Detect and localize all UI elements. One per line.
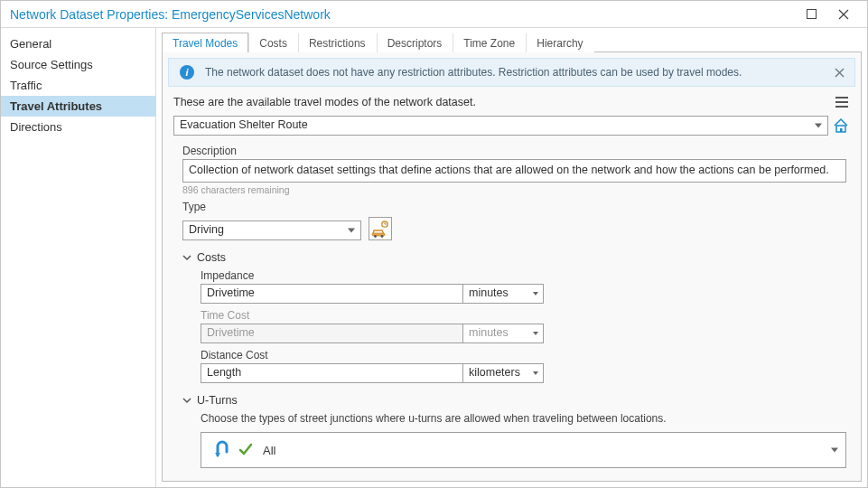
- close-banner-button[interactable]: [831, 64, 847, 80]
- close-button[interactable]: [827, 5, 860, 24]
- time-cost-unit-select: minutes: [462, 324, 544, 343]
- uturns-description: Choose the types of street junctions whe…: [201, 412, 846, 425]
- chevron-right-icon: [182, 481, 191, 482]
- svg-point-11: [374, 235, 377, 238]
- nav-item-source-settings[interactable]: Source Settings: [1, 54, 155, 75]
- impedance-unit-select[interactable]: minutes: [462, 284, 544, 304]
- distance-cost-label: Distance Cost: [201, 349, 544, 361]
- info-banner: i The network dataset does not have any …: [168, 58, 855, 87]
- tab-descriptors[interactable]: Descriptors: [377, 33, 453, 52]
- hamburger-menu-icon[interactable]: [834, 94, 850, 110]
- uturns-value: All: [263, 444, 275, 457]
- uturns-expander[interactable]: U-Turns: [182, 394, 846, 407]
- svg-rect-0: [807, 10, 816, 19]
- tab-travel-modes[interactable]: Travel Modes: [162, 33, 248, 52]
- nav-item-traffic[interactable]: Traffic: [1, 75, 155, 96]
- uturns-title: U-Turns: [197, 394, 238, 407]
- travel-mode-value: Evacuation Shelter Route: [180, 118, 308, 131]
- tab-restrictions[interactable]: Restrictions: [298, 33, 377, 52]
- info-icon: i: [180, 65, 194, 80]
- description-input[interactable]: Collection of network dataset settings t…: [182, 159, 846, 183]
- svg-point-12: [381, 235, 384, 238]
- time-cost-select: Drivetime: [201, 324, 463, 343]
- svg-rect-6: [840, 128, 843, 132]
- type-driving-icon: [369, 217, 392, 240]
- advanced-expander[interactable]: Advanced: [182, 479, 846, 482]
- tab-time-zone[interactable]: Time Zone: [453, 33, 526, 52]
- type-label: Type: [182, 201, 846, 213]
- uturn-icon: [210, 437, 234, 464]
- left-nav: General Source Settings Traffic Travel A…: [1, 28, 156, 487]
- nav-item-general[interactable]: General: [1, 33, 155, 54]
- title-bar: Network Dataset Properties: EmergencySer…: [1, 1, 867, 28]
- description-label: Description: [182, 145, 846, 157]
- info-banner-text: The network dataset does not have any re…: [205, 66, 742, 79]
- costs-title: Costs: [197, 251, 226, 264]
- svg-line-2: [839, 10, 848, 19]
- chevron-down-icon: [182, 396, 191, 405]
- advanced-title: Advanced: [197, 479, 247, 482]
- default-home-icon[interactable]: [832, 117, 850, 135]
- travel-mode-select[interactable]: Evacuation Shelter Route: [173, 116, 828, 136]
- costs-expander[interactable]: Costs: [182, 251, 846, 264]
- uturns-select[interactable]: All: [201, 432, 846, 468]
- travel-modes-intro: These are the available travel modes of …: [173, 96, 476, 108]
- impedance-label: Impedance: [201, 269, 544, 282]
- maximize-button[interactable]: [795, 5, 827, 24]
- check-icon: [238, 441, 254, 460]
- tab-costs[interactable]: Costs: [248, 33, 298, 52]
- impedance-select[interactable]: Drivetime: [201, 284, 463, 304]
- distance-cost-select[interactable]: Length: [201, 363, 463, 383]
- description-hint: 896 characters remaining: [182, 184, 846, 195]
- tab-row: Travel Modes Costs Restrictions Descript…: [156, 28, 867, 52]
- nav-item-travel-attributes[interactable]: Travel Attributes: [1, 96, 155, 117]
- type-select[interactable]: Driving: [182, 221, 361, 240]
- time-cost-label: Time Cost: [201, 309, 544, 322]
- tab-content: i The network dataset does not have any …: [162, 52, 862, 482]
- tab-hierarchy[interactable]: Hierarchy: [526, 33, 593, 52]
- nav-item-directions[interactable]: Directions: [1, 117, 155, 137]
- distance-cost-unit-select[interactable]: kilometers: [462, 363, 544, 383]
- svg-line-1: [839, 10, 848, 19]
- window-title: Network Dataset Properties: EmergencySer…: [10, 7, 331, 22]
- chevron-down-icon: [182, 253, 191, 262]
